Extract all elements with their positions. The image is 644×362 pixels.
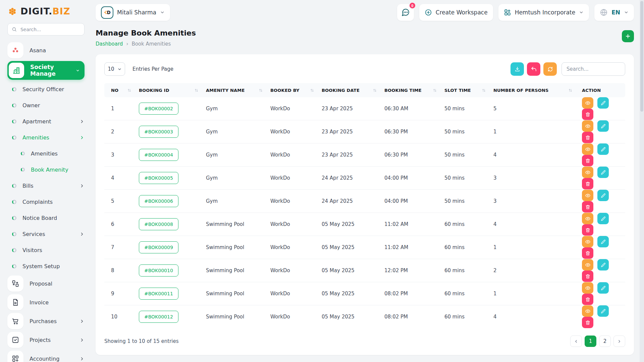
view-button[interactable]	[582, 282, 593, 294]
refresh-button[interactable]	[543, 62, 557, 76]
view-button[interactable]	[582, 120, 593, 132]
column-header-amenity-name[interactable]: AMENITY NAME	[203, 83, 268, 97]
cell-booked-by: WorkDo	[268, 282, 319, 305]
sort-icon[interactable]	[568, 88, 573, 93]
page-scrollbar[interactable]	[640, 0, 644, 362]
delete-button[interactable]	[582, 178, 593, 189]
column-header-number-of-persons[interactable]: NUMBER OF PERSONS	[491, 83, 577, 97]
sidebar-search-input[interactable]	[20, 26, 80, 33]
sidebar-item-security-officer[interactable]: Security Officer	[7, 81, 85, 97]
edit-button[interactable]	[597, 305, 609, 317]
booking-id-badge[interactable]: #BOK00003	[139, 126, 178, 138]
sidebar-item-asana[interactable]: Asana	[7, 41, 85, 60]
booking-id-badge[interactable]: #BOK00004	[139, 149, 178, 161]
booking-id-badge[interactable]: #BOK00005	[139, 172, 178, 184]
pagination-next-button[interactable]	[613, 336, 625, 347]
edit-button[interactable]	[597, 143, 609, 155]
user-menu[interactable]: D Mitali Sharma	[96, 4, 170, 21]
column-header-booking-time[interactable]: BOOKING TIME	[382, 83, 442, 97]
pagination-prev-button[interactable]	[570, 336, 582, 347]
cell-booking-id: #BOK00011	[136, 282, 203, 305]
edit-button[interactable]	[597, 190, 609, 201]
booking-id-badge[interactable]: #BOK00002	[139, 103, 178, 115]
back-button[interactable]	[527, 62, 540, 76]
sidebar-item-amenities[interactable]: Amenities	[7, 129, 85, 145]
pagination-page-1[interactable]: 1	[585, 336, 596, 347]
view-button[interactable]	[582, 305, 593, 317]
edit-button[interactable]	[597, 236, 609, 247]
sidebar-item-services[interactable]: Services	[7, 226, 85, 242]
sidebar-item-visitors[interactable]: Visitors	[7, 242, 85, 258]
column-header-slot-time[interactable]: SLOT TIME	[442, 83, 491, 97]
sidebar-item-apartment[interactable]: Apartment	[7, 113, 85, 129]
sidebar-item-society-manage[interactable]: Society Manage	[7, 61, 85, 80]
delete-button[interactable]	[582, 109, 593, 120]
sort-icon[interactable]	[194, 88, 199, 93]
sidebar-item-owner[interactable]: Owner	[7, 97, 85, 113]
breadcrumb-dashboard-link[interactable]: Dashboard	[96, 41, 123, 47]
view-button[interactable]	[582, 143, 593, 155]
nav-dot-icon	[12, 232, 16, 236]
delete-button[interactable]	[582, 155, 593, 166]
sort-icon[interactable]	[373, 88, 377, 93]
edit-button[interactable]	[597, 213, 609, 224]
booking-id-badge[interactable]: #BOK00009	[139, 241, 178, 253]
export-button[interactable]	[511, 62, 524, 76]
view-button[interactable]	[582, 167, 593, 178]
delete-button[interactable]	[582, 294, 593, 305]
view-button[interactable]	[582, 259, 593, 270]
column-header-booking-date[interactable]: BOOKING DATE	[319, 83, 382, 97]
delete-button[interactable]	[582, 270, 593, 282]
edit-button[interactable]	[597, 167, 609, 178]
delete-button[interactable]	[582, 317, 593, 328]
view-button[interactable]	[582, 190, 593, 201]
view-button[interactable]	[582, 213, 593, 224]
edit-button[interactable]	[597, 259, 609, 270]
booking-id-badge[interactable]: #BOK00011	[139, 288, 178, 300]
delete-button[interactable]	[582, 132, 593, 143]
sort-icon[interactable]	[310, 88, 314, 93]
booking-id-badge[interactable]: #BOK00012	[139, 311, 178, 323]
column-header-booked-by[interactable]: BOOKED BY	[268, 83, 319, 97]
delete-button[interactable]	[582, 201, 593, 213]
view-button[interactable]	[582, 97, 593, 109]
language-selector[interactable]: EN	[594, 4, 634, 21]
table-search-input[interactable]	[561, 62, 625, 76]
sort-icon[interactable]	[482, 88, 486, 93]
workspace-selector[interactable]: Hemtush Incorporate	[498, 4, 589, 21]
add-booking-button[interactable]	[622, 30, 634, 42]
booking-id-badge[interactable]: #BOK00008	[139, 218, 178, 230]
brand-logo[interactable]: DIGIT.BIZ	[7, 5, 85, 18]
sidebar-subitem-book-amenity[interactable]: Book Amenity	[7, 162, 85, 178]
entries-per-page-select[interactable]: 10	[104, 62, 125, 76]
delete-button[interactable]	[582, 224, 593, 236]
pagination-page-2[interactable]: 2	[599, 336, 611, 347]
sidebar-item-proposal[interactable]: Proposal	[7, 274, 85, 293]
sidebar-item-system-setup[interactable]: System Setup	[7, 258, 85, 274]
edit-button[interactable]	[597, 97, 609, 109]
sort-icon[interactable]	[127, 88, 131, 93]
cell-booking-date: 23 Apr 2025	[319, 143, 382, 167]
sidebar-item-invoice[interactable]: Invoice	[7, 293, 85, 312]
booking-id-badge[interactable]: #BOK00006	[139, 195, 178, 207]
sidebar-item-accounting[interactable]: Accounting	[7, 349, 85, 362]
sidebar-item-purchases[interactable]: Purchases	[7, 312, 85, 330]
scrollbar-thumb[interactable]	[640, 1, 643, 112]
sidebar-search[interactable]	[7, 23, 85, 36]
view-button[interactable]	[582, 236, 593, 247]
messages-button[interactable]: 0	[397, 4, 414, 21]
sort-icon[interactable]	[259, 88, 263, 93]
sidebar-item-complaints[interactable]: Complaints	[7, 194, 85, 210]
sidebar-subitem-amenities[interactable]: Amenities	[7, 145, 85, 162]
edit-button[interactable]	[597, 120, 609, 132]
edit-button[interactable]	[597, 282, 609, 294]
booking-id-badge[interactable]: #BOK00010	[139, 264, 178, 277]
delete-button[interactable]	[582, 247, 593, 259]
column-header-booking-id[interactable]: BOOKING ID	[136, 83, 203, 97]
sidebar-item-bills[interactable]: Bills	[7, 178, 85, 194]
column-header-no[interactable]: NO	[104, 83, 136, 97]
sort-icon[interactable]	[433, 88, 437, 93]
sidebar-item-notice-board[interactable]: Notice Board	[7, 210, 85, 226]
create-workspace-button[interactable]: Create Workspace	[419, 4, 493, 21]
sidebar-item-projects[interactable]: Projects	[7, 330, 85, 349]
